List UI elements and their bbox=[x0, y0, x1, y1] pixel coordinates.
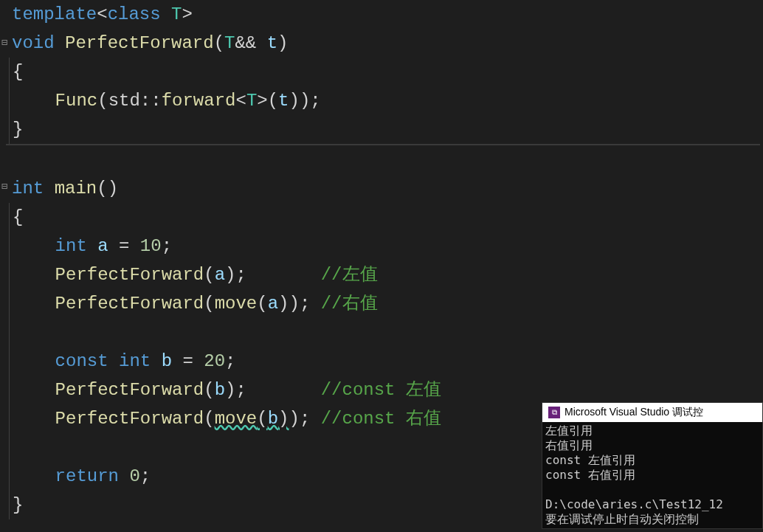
padding bbox=[246, 380, 321, 400]
fold-toggle-icon[interactable]: ⊟ bbox=[0, 29, 9, 58]
code-line[interactable]: PerfectForward(a); //左值 bbox=[9, 260, 763, 289]
code-line[interactable]: template<class T> bbox=[9, 0, 763, 29]
function-call: move bbox=[215, 294, 258, 314]
paren: ( bbox=[97, 91, 108, 111]
padding bbox=[246, 265, 321, 285]
semicolon: ; bbox=[225, 351, 235, 371]
console-line: 左值引用 bbox=[545, 424, 759, 438]
type-param: T bbox=[224, 33, 235, 53]
paren: () bbox=[97, 179, 118, 198]
console-titlebar[interactable]: ⧉ Microsoft Visual Studio 调试控 bbox=[542, 403, 762, 422]
function-call: PerfectForward bbox=[55, 294, 204, 314]
angle-bracket: > bbox=[257, 91, 267, 111]
keyword-int: int bbox=[12, 179, 44, 198]
paren: ) bbox=[300, 91, 310, 111]
fold-toggle-icon[interactable]: ⊟ bbox=[0, 173, 9, 201]
keyword-void: void bbox=[12, 33, 55, 53]
variable: b bbox=[268, 409, 278, 429]
paren: ) bbox=[289, 91, 300, 111]
indent bbox=[13, 466, 55, 486]
paren: ( bbox=[257, 294, 267, 314]
console-line: 要在调试停止时自动关闭控制 bbox=[545, 512, 759, 527]
code-line[interactable]: void PerfectForward(T&& t) bbox=[9, 29, 763, 58]
space bbox=[310, 294, 320, 314]
paren: ) bbox=[278, 409, 289, 429]
console-title-text: Microsoft Visual Studio 调试控 bbox=[565, 406, 703, 419]
function-call: PerfectForward bbox=[55, 409, 204, 429]
semicolon: ; bbox=[235, 380, 246, 400]
fold-gutter: ⊟ ⊟ bbox=[0, 0, 9, 532]
code-line[interactable]: Func(std::forward<T>(t)); bbox=[9, 86, 763, 115]
function-name: PerfectForward bbox=[65, 33, 214, 53]
paren: ) bbox=[289, 294, 299, 314]
type-param: T bbox=[246, 91, 257, 111]
paren: ( bbox=[204, 265, 214, 285]
paren: ) bbox=[225, 380, 235, 400]
code-line[interactable]: int main() bbox=[9, 174, 763, 203]
scope-operator: :: bbox=[140, 91, 162, 111]
code-line[interactable] bbox=[9, 318, 763, 347]
paren: ) bbox=[277, 33, 288, 53]
paren: ( bbox=[257, 409, 267, 429]
semicolon: ; bbox=[300, 294, 310, 314]
code-line[interactable] bbox=[9, 145, 763, 174]
fold-spacer bbox=[0, 0, 9, 29]
fold-spacer bbox=[0, 86, 9, 115]
semicolon: ; bbox=[300, 409, 310, 429]
indent bbox=[13, 380, 55, 400]
brace: { bbox=[13, 62, 23, 82]
console-line: D:\code\aries.c\Test12_12 bbox=[545, 497, 759, 512]
semicolon: ; bbox=[140, 466, 151, 486]
keyword-return: return bbox=[55, 466, 119, 486]
indent bbox=[13, 294, 55, 314]
keyword-template: template bbox=[12, 4, 97, 24]
keyword-class: class bbox=[108, 4, 161, 24]
code-line[interactable]: } bbox=[9, 115, 763, 144]
fold-spacer bbox=[0, 58, 9, 86]
code-line[interactable]: { bbox=[9, 58, 763, 86]
angle-bracket: > bbox=[182, 4, 192, 24]
semicolon: ; bbox=[310, 91, 320, 111]
fold-spacer bbox=[0, 115, 9, 144]
variable: a bbox=[97, 236, 108, 256]
variable: a bbox=[215, 265, 225, 285]
code-line[interactable]: { bbox=[9, 203, 763, 232]
number-literal: 10 bbox=[140, 236, 162, 256]
code-line[interactable]: PerfectForward(b); //const 左值 bbox=[9, 376, 763, 404]
console-line: 右值引用 bbox=[545, 438, 759, 453]
paren: ) bbox=[278, 294, 289, 314]
type-param: T bbox=[171, 4, 182, 24]
vs-icon: ⧉ bbox=[548, 407, 560, 418]
brace: } bbox=[13, 495, 23, 515]
function-call: Func bbox=[55, 91, 98, 111]
keyword-int: int bbox=[55, 236, 87, 256]
number-literal: 20 bbox=[204, 351, 225, 371]
fold-spacer bbox=[0, 144, 9, 173]
paren: ( bbox=[204, 294, 214, 314]
console-line bbox=[545, 483, 759, 497]
indent bbox=[13, 265, 55, 285]
function-name: main bbox=[55, 179, 97, 198]
console-line: const 右值引用 bbox=[545, 468, 759, 483]
console-output[interactable]: 左值引用右值引用const 左值引用const 右值引用 D:\code\ari… bbox=[542, 422, 762, 528]
paren: ) bbox=[289, 409, 299, 429]
operator: && bbox=[235, 33, 256, 53]
function-call-warning: move bbox=[215, 409, 258, 429]
variable: a bbox=[268, 294, 278, 314]
paren: ( bbox=[204, 380, 214, 400]
variable: b bbox=[215, 380, 225, 400]
semicolon: ; bbox=[235, 265, 246, 285]
code-line[interactable]: int a = 10; bbox=[9, 232, 763, 260]
comment: //右值 bbox=[321, 294, 378, 314]
debug-console-window[interactable]: ⧉ Microsoft Visual Studio 调试控 左值引用右值引用co… bbox=[542, 402, 763, 529]
comment: //const 右值 bbox=[321, 409, 441, 429]
code-line[interactable]: PerfectForward(move(a)); //右值 bbox=[9, 289, 763, 318]
indent bbox=[13, 351, 55, 371]
number-literal: 0 bbox=[129, 466, 139, 486]
paren: ( bbox=[204, 409, 214, 429]
brace: } bbox=[13, 120, 23, 139]
angle-bracket: < bbox=[235, 91, 246, 111]
space bbox=[256, 33, 266, 53]
keyword-const: const bbox=[55, 351, 108, 371]
code-line[interactable]: const int b = 20; bbox=[9, 347, 763, 376]
